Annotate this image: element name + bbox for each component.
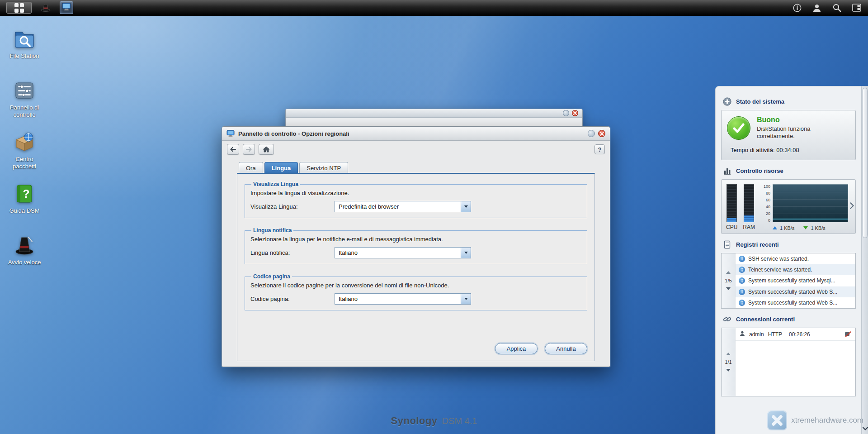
codepage-select[interactable]: Italiano (335, 293, 471, 305)
watermark: xtremehardware.com (767, 410, 863, 430)
desktop-icon-label: Centro pacchetti (4, 156, 45, 171)
page-down-icon[interactable] (726, 369, 731, 372)
section-description: Impostare la lingua di visualizzazione. (250, 190, 581, 196)
desktop-icon-label: Pannello di controllo (4, 104, 45, 119)
desktop-icon-file-station[interactable]: File Station (4, 28, 45, 75)
desktop-icon-package-center[interactable]: Centro pacchetti (4, 131, 45, 178)
close-button[interactable] (572, 110, 578, 116)
page-up-icon[interactable] (726, 271, 731, 274)
download-arrow-icon (803, 226, 808, 229)
close-button[interactable] (598, 130, 605, 137)
chevron-down-icon[interactable] (461, 248, 471, 258)
connections-header: Connessioni correnti (716, 309, 861, 328)
widget-panel-scrollbar[interactable] (861, 86, 868, 434)
cpu-gauge: CPU (726, 184, 737, 231)
taskbar-left (6, 1, 73, 14)
control-panel-titlebar[interactable]: Pannello di controllo - Opzioni regional… (222, 127, 610, 141)
control-panel-icon (14, 80, 35, 101)
control-panel-window[interactable]: Pannello di controllo - Opzioni regional… (222, 126, 610, 367)
main-menu-button[interactable] (6, 2, 32, 14)
scrollbar-thumb[interactable] (863, 88, 868, 238)
chevron-down-icon[interactable] (461, 294, 471, 304)
cancel-button[interactable]: Annulla (545, 343, 587, 354)
system-status-header: Stato del sistema (716, 91, 861, 110)
tab-lingua[interactable]: Lingua (264, 162, 298, 173)
desktop: File Station Pannello di controllo Centr… (0, 0, 868, 434)
ram-gauge-bar (744, 184, 754, 222)
tab-strip: Ora Lingua Servizio NTP (237, 161, 595, 173)
recent-logs-widget: 1/5 SSH service was started. Telnet serv… (721, 253, 856, 309)
connection-user: admin (749, 331, 764, 338)
forward-button[interactable] (243, 144, 255, 155)
download-rate: 1 KB/s (811, 225, 825, 231)
chevron-down-icon[interactable] (461, 201, 471, 212)
action-buttons: Applica Annulla (495, 343, 587, 354)
info-circle-icon (739, 289, 745, 295)
widget-panel: Stato del sistema Buono DiskStation funz… (715, 86, 868, 434)
taskbar-storage-manager-button[interactable] (60, 1, 73, 14)
desktop-icon-dsm-help[interactable]: ? Guida DSM (4, 183, 45, 230)
codepage-section: Codice pagina Selezionare il codice pagi… (245, 273, 587, 310)
tab-ora[interactable]: Ora (239, 162, 263, 173)
section-description: Selezionare il codice pagine per la conv… (250, 282, 581, 289)
section-legend: Lingua notifica (251, 227, 293, 234)
widget-title: Controllo risorse (736, 167, 783, 174)
widget-panel-icon[interactable] (852, 3, 862, 13)
minimize-button[interactable] (588, 130, 595, 137)
cpu-label: CPU (726, 224, 737, 230)
field-label: Codice pagina: (250, 296, 335, 302)
select-value: Italiano (335, 249, 461, 256)
info-icon[interactable] (792, 3, 802, 13)
resource-next-page-button[interactable] (850, 202, 854, 210)
back-button[interactable] (227, 144, 239, 155)
storage-manager-icon (62, 3, 71, 13)
section-legend: Visualizza Lingua (251, 181, 300, 187)
info-circle-icon (739, 256, 745, 262)
display-language-select[interactable]: Predefinita del browser (335, 201, 471, 212)
home-button[interactable] (259, 144, 274, 155)
svg-text:?: ? (23, 187, 29, 200)
search-icon[interactable] (832, 3, 842, 13)
notification-language-section: Lingua notifica Selezionare la lingua pe… (245, 227, 587, 264)
connections-list: admin HTTP 00:26:26 (736, 328, 855, 396)
taskbar-quick-start-button[interactable] (39, 1, 52, 14)
connections-page-indicator: 1/1 (725, 359, 731, 365)
logs-pager: 1/5 (722, 253, 736, 309)
status-ok-icon (727, 116, 750, 140)
storage-manager-titlebar[interactable] (286, 109, 582, 118)
quick-start-icon (14, 234, 35, 256)
minimize-button[interactable] (563, 110, 569, 116)
page-up-icon[interactable] (726, 353, 731, 355)
field-label: Lingua notifica: (250, 249, 335, 256)
logs-page-indicator: 1/5 (725, 278, 731, 283)
connection-protocol: HTTP (768, 331, 782, 338)
connection-time: 00:26:26 (789, 331, 810, 338)
info-circle-icon (739, 300, 745, 306)
user-icon[interactable] (812, 3, 822, 13)
upload-arrow-icon (773, 226, 777, 229)
help-button[interactable]: ? (594, 144, 605, 154)
window-buttons (588, 130, 605, 137)
network-usage-chart (773, 184, 848, 222)
log-row[interactable]: SSH service was started. (736, 253, 855, 264)
notification-language-select[interactable]: Italiano (335, 247, 471, 258)
control-panel-body: Ora Lingua Servizio NTP Visualizza Lingu… (222, 158, 610, 367)
desktop-icon-quick-start[interactable]: Avvio veloce (4, 234, 45, 281)
window-icon (226, 130, 235, 137)
bar-chart-icon (723, 167, 731, 175)
watermark-text: xtremehardware.com (791, 416, 863, 425)
disconnect-icon[interactable] (844, 331, 851, 338)
tab-servizio-ntp[interactable]: Servizio NTP (299, 162, 348, 173)
dsm-help-icon: ? (14, 183, 35, 205)
log-row[interactable]: System successfully started Web S... (736, 286, 855, 297)
watermark-logo-icon (767, 410, 787, 430)
connection-row[interactable]: admin HTTP 00:26:26 (736, 328, 855, 341)
log-rows: SSH service was started. Telnet service … (736, 253, 855, 309)
file-station-icon (14, 28, 35, 50)
log-row[interactable]: Telnet service was started. (736, 264, 855, 275)
apply-button[interactable]: Applica (495, 343, 538, 354)
log-row[interactable]: System successfully started Mysql... (736, 275, 855, 286)
desktop-icon-control-panel[interactable]: Pannello di controllo (4, 80, 45, 127)
page-down-icon[interactable] (726, 287, 731, 290)
log-row[interactable]: System successfully started Web S... (736, 297, 855, 308)
